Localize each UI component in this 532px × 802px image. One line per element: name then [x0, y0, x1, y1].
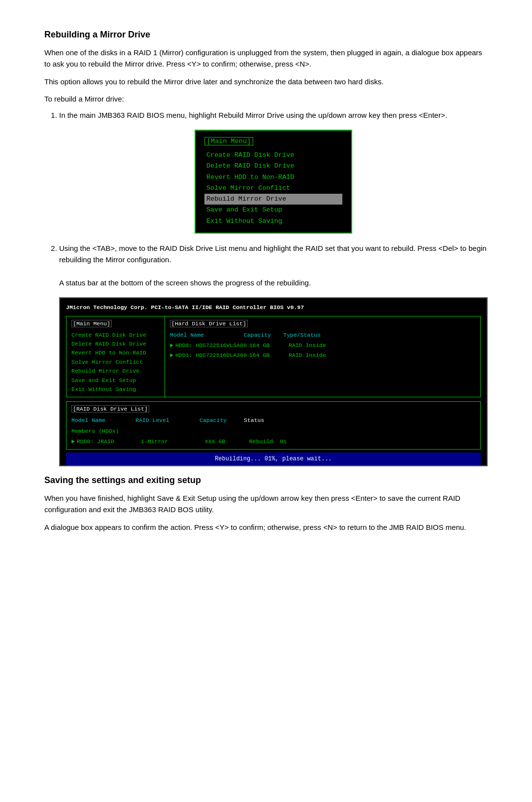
- bios-small-box: [Main Menu] Create RAID Disk DriveDelete…: [195, 130, 352, 234]
- col-type-header: Type/Status: [283, 331, 342, 340]
- drive-type: RAID Inside: [289, 351, 348, 360]
- step1-text: In the main JMB363 RAID BIOS menu, highl…: [59, 111, 447, 119]
- bios-large-left-item: Exit Without Saving: [71, 385, 160, 394]
- raid-col-status: Status: [244, 416, 288, 425]
- drive-arrow: ►: [170, 341, 173, 350]
- col-model-header: Model Name: [170, 331, 244, 340]
- bios-small-screenshot: [Main Menu] Create RAID Disk DriveDelete…: [59, 130, 488, 234]
- bios-raid-cols: Model Name RAID Level Capacity Status: [71, 416, 475, 425]
- bios-large-right: [Hard Disk Drive List] Model Name Capaci…: [165, 316, 480, 397]
- bios-large-left: [Main Menu] Create RAID Disk DriveDelete…: [66, 316, 165, 397]
- raid-members-label: Members (HDDx): [71, 427, 475, 436]
- raid-col-model: Model Name: [71, 416, 135, 425]
- bios-large-left-item: Rebuild Mirror Drive: [71, 367, 160, 376]
- bios-large-left-items: Create RAID Disk DriveDelete RAID Disk D…: [71, 331, 160, 394]
- bios-col-header: Model Name Capacity Type/Status: [170, 331, 475, 340]
- bios-small-menu-item: Revert HDD to Non-RAID: [204, 172, 342, 183]
- drive-cap: 164 GB: [249, 341, 289, 350]
- bios-large-inner: [Main Menu] Create RAID Disk DriveDelete…: [66, 316, 481, 398]
- page-wrapper: Rebuilding a Mirror Drive When one of th…: [44, 30, 488, 802]
- bios-large-left-item: Delete RAID Disk Drive: [71, 340, 160, 349]
- bios-small-items: Create RAID Disk DriveDelete RAID Disk D…: [204, 150, 342, 227]
- bios-drive-row: ►HDD1: HDS722516DLA380164 GBRAID Inside: [170, 351, 475, 360]
- step1: In the main JMB363 RAID BIOS menu, highl…: [59, 109, 488, 234]
- content-area: Rebuilding a Mirror Drive When one of th…: [44, 30, 488, 568]
- bios-large-left-item: Create RAID Disk Drive: [71, 331, 160, 340]
- bios-large-screenshot: JMicron Technology Corp. PCI-to-SATA II/…: [59, 297, 488, 466]
- section1-para1: When one of the disks in a RAID 1 (Mirro…: [44, 47, 488, 70]
- section1-para2: This option allows you to rebuild the Mi…: [44, 76, 488, 87]
- bios-status-bar: Rebuilding... 01%, please wait...: [66, 453, 481, 466]
- bios-large-left-item: Solve Mirror Conflict: [71, 358, 160, 367]
- raid-status: Rebuild 01: [249, 437, 294, 446]
- bios-small-menu-item: Save and Exit Setup: [204, 205, 342, 215]
- section1-para3: To rebuild a Mirror drive:: [44, 93, 488, 105]
- step2b-text: A status bar at the bottom of the screen…: [59, 279, 311, 287]
- section2-para1: When you have finished, highlight Save &…: [44, 492, 488, 516]
- bios-top-bar: JMicron Technology Corp. PCI-to-SATA II/…: [66, 303, 481, 312]
- raid-col-cap: Capacity: [200, 416, 244, 425]
- bios-raid-rows: ►RDD0: JRAID1-MirrorXXX GBRebuild 01: [71, 437, 475, 446]
- raid-name: RDD0: JRAID: [77, 437, 141, 446]
- bios-raid-section: [RAID Disk Drive List] Model Name RAID L…: [66, 401, 481, 449]
- bios-small-menu-title: [Main Menu]: [204, 137, 342, 147]
- drive-type: RAID Inside: [289, 341, 348, 350]
- raid-arrow: ►: [71, 437, 75, 446]
- section2-title: Saving the settings and exiting setup: [44, 475, 488, 486]
- bios-drive-row: ►HDD0: HDS722516VLSA80164 GBRAID Inside: [170, 341, 475, 350]
- raid-col-level: RAID Level: [135, 416, 200, 425]
- section1-title: Rebuilding a Mirror Drive: [44, 30, 488, 40]
- section2-para2: A dialogue box appears to confirm the ac…: [44, 522, 488, 533]
- step2-text: Using the <TAB>, move to the RAID Disk D…: [59, 244, 487, 264]
- bios-large-left-item: Revert HDD to Non-RAID: [71, 349, 160, 357]
- bios-small-menu-item: Rebuild Mirror Drive: [204, 194, 342, 205]
- bios-large-left-item: Save and Exit Setup: [71, 376, 160, 385]
- bios-right-pane-title: [Hard Disk Drive List]: [170, 319, 475, 328]
- bios-raid-pane-title: [RAID Disk Drive List]: [71, 405, 475, 414]
- col-cap-header: Capacity: [244, 331, 283, 340]
- bios-left-menu-title: [Main Menu]: [71, 319, 160, 328]
- bios-drive-rows: ►HDD0: HDS722516VLSA80164 GBRAID Inside►…: [170, 341, 475, 360]
- step2: Using the <TAB>, move to the RAID Disk D…: [59, 243, 488, 466]
- drive-model: HDD0: HDS722516VLSA80: [175, 341, 249, 350]
- raid-cap: XXX GB: [205, 437, 249, 446]
- bios-small-menu-item: Exit Without Saving: [204, 216, 342, 227]
- drive-arrow: ►: [170, 351, 173, 360]
- drive-cap: 164 GB: [249, 351, 289, 360]
- bios-raid-row: ►RDD0: JRAID1-MirrorXXX GBRebuild 01: [71, 437, 475, 446]
- steps-list: In the main JMB363 RAID BIOS menu, highl…: [59, 109, 488, 466]
- bios-small-menu-item: Create RAID Disk Drive: [204, 150, 342, 161]
- bios-small-menu-item: Delete RAID Disk Drive: [204, 161, 342, 172]
- bios-small-menu-item: Solve Mirror Conflict: [204, 183, 342, 194]
- drive-model: HDD1: HDS722516DLA380: [175, 351, 249, 360]
- raid-level: 1-Mirror: [141, 437, 205, 446]
